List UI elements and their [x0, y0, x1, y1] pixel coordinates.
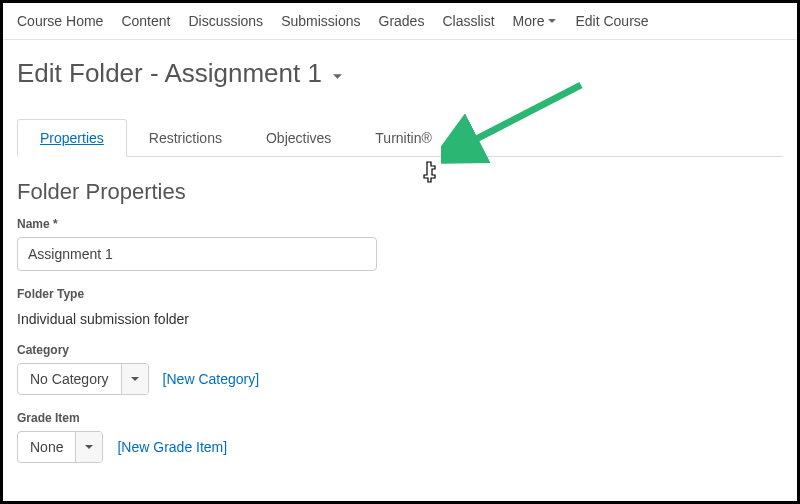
tab-properties[interactable]: Properties	[17, 119, 127, 157]
tabs: Properties Restrictions Objectives Turni…	[17, 119, 783, 157]
nav-more-label: More	[513, 13, 545, 29]
folder-type-label: Folder Type	[17, 287, 783, 301]
tab-objectives[interactable]: Objectives	[244, 120, 353, 156]
new-category-link[interactable]: [New Category]	[163, 371, 259, 387]
name-input[interactable]	[17, 237, 377, 271]
page-title: Edit Folder - Assignment 1	[17, 58, 322, 89]
nav-discussions[interactable]: Discussions	[188, 13, 263, 29]
top-nav: Course Home Content Discussions Submissi…	[3, 3, 797, 40]
nav-edit-course[interactable]: Edit Course	[575, 13, 648, 29]
required-indicator: *	[53, 217, 58, 231]
nav-content[interactable]: Content	[121, 13, 170, 29]
field-name: Name *	[3, 217, 797, 287]
tab-restrictions[interactable]: Restrictions	[127, 120, 244, 156]
category-label: Category	[17, 343, 783, 357]
grade-item-select-value: None	[18, 432, 75, 462]
nav-submissions[interactable]: Submissions	[281, 13, 360, 29]
field-grade-item: Grade Item None [New Grade Item]	[3, 411, 797, 479]
folder-type-value: Individual submission folder	[17, 307, 783, 327]
grade-item-label: Grade Item	[17, 411, 783, 425]
category-select[interactable]: No Category	[17, 363, 149, 395]
nav-more[interactable]: More	[513, 13, 558, 29]
grade-item-select[interactable]: None	[17, 431, 103, 463]
chevron-down-icon	[547, 16, 557, 26]
name-label: Name	[17, 217, 50, 231]
nav-course-home[interactable]: Course Home	[17, 13, 103, 29]
chevron-down-icon	[75, 432, 102, 462]
tab-turnitin[interactable]: Turnitin®	[353, 120, 453, 156]
field-folder-type: Folder Type Individual submission folder	[3, 287, 797, 343]
category-select-value: No Category	[18, 364, 121, 394]
chevron-down-icon	[121, 364, 148, 394]
section-heading: Folder Properties	[3, 157, 797, 217]
nav-classlist[interactable]: Classlist	[442, 13, 494, 29]
page-title-row: Edit Folder - Assignment 1	[3, 40, 797, 99]
field-category: Category No Category [New Category]	[3, 343, 797, 411]
nav-grades[interactable]: Grades	[379, 13, 425, 29]
new-grade-item-link[interactable]: [New Grade Item]	[117, 439, 227, 455]
title-dropdown-icon[interactable]	[332, 69, 343, 85]
